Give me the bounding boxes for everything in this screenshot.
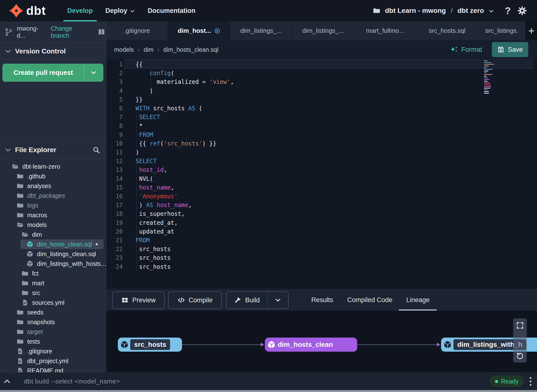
chevron-down-icon bbox=[90, 70, 97, 76]
tree-item-dim[interactable]: dim bbox=[0, 230, 106, 239]
file-tab-label: .gitignore bbox=[124, 27, 150, 35]
lineage-node-dim_hosts_clean[interactable]: dim_hosts_clean bbox=[265, 338, 357, 352]
tree-item-sources.yml[interactable]: sources.yml bbox=[0, 298, 106, 307]
tree-item-.gitignore[interactable]: .gitignore bbox=[0, 346, 106, 356]
tree-item-logs[interactable]: logs bbox=[0, 200, 106, 210]
editor-tabs: .gitignoredim_host...dim_listings_...dim… bbox=[106, 21, 526, 40]
tree-item-mart[interactable]: mart bbox=[0, 278, 106, 288]
tree-item-seeds[interactable]: seeds bbox=[0, 307, 106, 317]
minimap-line bbox=[484, 91, 489, 92]
nav-item-deploy[interactable]: Deploy bbox=[99, 0, 141, 21]
file-explorer-header[interactable]: File Explorer bbox=[0, 141, 106, 158]
code-editor[interactable]: 123456789101112131415161718192021222324 … bbox=[106, 59, 537, 289]
tab-lineage[interactable]: Lineage bbox=[406, 289, 430, 311]
help-icon[interactable]: ? bbox=[505, 5, 511, 16]
model-icon bbox=[26, 260, 34, 267]
nav-item-develop[interactable]: Develop bbox=[61, 0, 99, 21]
project-name[interactable]: dbt zero bbox=[458, 7, 484, 15]
file-tab-5[interactable]: mart_fullmo... bbox=[354, 21, 416, 40]
new-tab-button[interactable] bbox=[526, 21, 537, 40]
command-input[interactable]: dbt build --select <model_name> bbox=[24, 378, 120, 385]
file-tree: dbt-learn-zero.githubanalysesdbt_package… bbox=[0, 162, 106, 372]
line-number: 7 bbox=[106, 113, 123, 122]
change-branch-link[interactable]: Change branch bbox=[51, 25, 92, 39]
tree-item-models[interactable]: models bbox=[0, 220, 106, 230]
compile-button[interactable]: Compile bbox=[168, 291, 222, 309]
build-dropdown-toggle[interactable] bbox=[267, 292, 288, 308]
lineage-node-src_hosts[interactable]: src_hosts bbox=[118, 338, 182, 352]
tree-item-src[interactable]: src bbox=[0, 288, 106, 298]
lineage-controls bbox=[513, 318, 527, 363]
file-tab-6[interactable]: src_hosts.sql bbox=[416, 21, 478, 40]
create-pull-request-button[interactable]: Create pull request bbox=[2, 64, 103, 82]
tree-item-README.md[interactable]: README.md bbox=[0, 366, 106, 372]
tab-compiled-code[interactable]: Compiled Code bbox=[347, 289, 392, 311]
chevron-down-icon[interactable] bbox=[4, 48, 12, 55]
file-tab-label: src_listings. bbox=[485, 27, 518, 35]
unsaved-dot-icon bbox=[214, 28, 220, 34]
refresh-icon[interactable] bbox=[516, 351, 524, 360]
minimap-line bbox=[484, 74, 492, 75]
file-tab-4[interactable]: dim_listings_... bbox=[292, 21, 354, 40]
build-button[interactable]: Build bbox=[226, 291, 289, 309]
save-label: Save bbox=[508, 46, 523, 53]
tree-item-analyses[interactable]: analyses bbox=[0, 181, 106, 191]
breadcrumb-segment[interactable]: dim_hosts_clean.sql bbox=[163, 46, 218, 53]
code-content[interactable]: {{ config( materialized = 'view', )}}WIT… bbox=[136, 60, 234, 271]
settings-gear-icon[interactable] bbox=[517, 6, 527, 16]
file-tab-2[interactable]: dim_host... bbox=[168, 21, 230, 40]
tree-item-tests[interactable]: tests bbox=[0, 337, 106, 346]
docs-book-icon[interactable] bbox=[97, 27, 106, 37]
tree-item-dbt_packages[interactable]: dbt_packages bbox=[0, 191, 106, 200]
line-number: 24 bbox=[106, 262, 123, 271]
kebab-menu-icon[interactable] bbox=[530, 377, 532, 386]
tree-item-snapshots[interactable]: snapshots bbox=[0, 317, 106, 327]
tree-item-target[interactable]: target bbox=[0, 327, 106, 337]
folder-icon bbox=[21, 270, 29, 277]
tree-item-dbt_project.yml[interactable]: dbt_project.yml bbox=[0, 356, 106, 366]
code-line: src_hosts bbox=[136, 245, 234, 253]
pr-dropdown-toggle[interactable] bbox=[84, 64, 103, 81]
file-tab-1[interactable]: .gitignore bbox=[106, 21, 168, 40]
bottom-scrollbar[interactable] bbox=[0, 390, 537, 392]
line-number: 1 bbox=[106, 60, 123, 69]
branch-name[interactable]: mwong-d... bbox=[17, 25, 45, 39]
tree-item-dim_listings_with_hosts[interactable]: dim_listings_with_hosts… bbox=[0, 259, 106, 269]
chevron-up-icon[interactable] bbox=[3, 377, 11, 385]
file-tab-7[interactable]: src_listings. bbox=[478, 21, 526, 40]
tree-item-macros[interactable]: macros bbox=[0, 210, 106, 220]
account-name[interactable]: dbt Learn - mwong bbox=[385, 7, 446, 15]
nav-item-documentation[interactable]: Documentation bbox=[141, 0, 202, 21]
line-number: 19 bbox=[106, 218, 123, 227]
line-number: 12 bbox=[106, 157, 123, 166]
minimap-line bbox=[484, 64, 494, 65]
lineage-graph[interactable]: src_hostsdim_hosts_cleandim_listings_wit… bbox=[106, 311, 537, 372]
tree-item-fct[interactable]: fct bbox=[0, 269, 106, 278]
main-nav: DevelopDeployDocumentation bbox=[61, 0, 202, 21]
chevron-down-icon[interactable] bbox=[4, 146, 12, 154]
tree-item-label: macros bbox=[27, 212, 47, 219]
format-button[interactable]: Format bbox=[450, 45, 482, 54]
tree-item-dim_listings_clean.sql[interactable]: dim_listings_clean.sql bbox=[0, 249, 106, 259]
code-line: FROM bbox=[136, 236, 234, 245]
search-icon[interactable] bbox=[92, 146, 100, 154]
file-icon bbox=[17, 367, 24, 372]
breadcrumb-segment[interactable]: models bbox=[114, 46, 134, 53]
folder-icon bbox=[21, 279, 29, 287]
tree-item-dim_hosts_clean.sql[interactable]: dim_hosts_clean.sql• bbox=[20, 239, 104, 249]
fullscreen-icon[interactable] bbox=[516, 321, 524, 330]
breadcrumb-chevron-icon: › bbox=[157, 46, 160, 53]
tree-item-dbt-learn-zero[interactable]: dbt-learn-zero bbox=[0, 162, 106, 171]
breadcrumb-segment[interactable]: dim bbox=[144, 46, 153, 53]
save-button[interactable]: Save bbox=[492, 42, 528, 57]
file-tab-label: src_hosts.sql bbox=[429, 27, 466, 35]
preview-button[interactable]: Preview bbox=[112, 291, 165, 309]
minimap-line bbox=[484, 83, 490, 83]
chevron-down-icon[interactable] bbox=[488, 8, 494, 14]
minimap[interactable] bbox=[484, 61, 498, 95]
tree-item-.github[interactable]: .github bbox=[0, 171, 106, 181]
version-control-header[interactable]: Version Control bbox=[0, 43, 106, 60]
dbt-logo[interactable]: dbt bbox=[9, 3, 46, 18]
tab-results[interactable]: Results bbox=[311, 289, 333, 311]
file-tab-3[interactable]: dim_listings_... bbox=[230, 21, 292, 40]
